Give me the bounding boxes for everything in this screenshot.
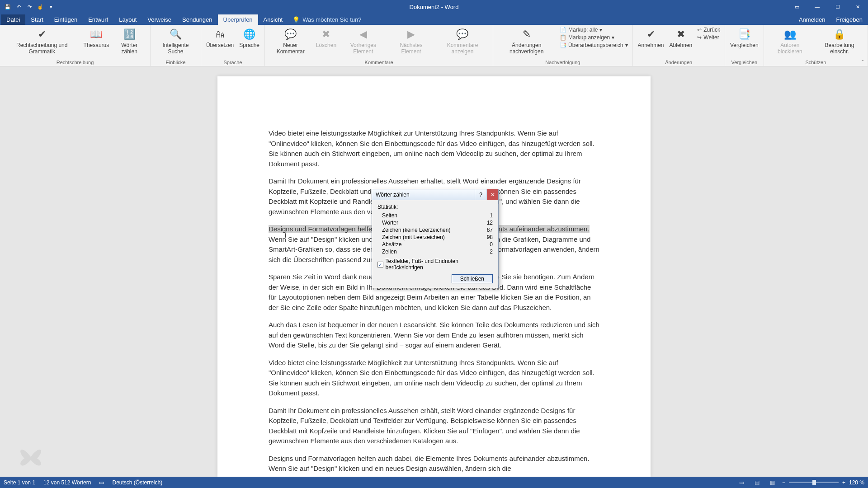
lightbulb-icon: 💡 [292, 16, 300, 23]
dialog-close-action-button[interactable]: Schließen [452, 274, 493, 283]
track-changes-icon: ✎ [519, 27, 534, 42]
compare-button[interactable]: 📑 Vergleichen [728, 26, 761, 50]
zoom-in-button[interactable]: + [842, 479, 845, 486]
paragraph[interactable]: Damit Ihr Dokument ein professionelles A… [269, 406, 599, 446]
title-bar: 💾 ↶ ↷ ☝ ▾ Dokument2 - Word ▭ — ☐ ✕ [0, 0, 868, 14]
stat-row-chars-nospace: Zeichen (keine Leerzeichen)87 [377, 226, 493, 234]
show-markup-button[interactable]: 📋 Markup anzeigen ▾ [558, 34, 629, 41]
smart-lookup-button[interactable]: 🔍 Intelligente Suche [153, 26, 198, 56]
review-pane-button[interactable]: 📑 Überarbeitungsbereich ▾ [558, 42, 629, 49]
tab-mailings[interactable]: Sendungen [177, 14, 218, 25]
stat-row-lines: Zeilen2 [377, 248, 493, 255]
group-insights: 🔍 Intelligente Suche Einblicke [151, 25, 201, 66]
accept-button[interactable]: ✔ Annehmen [636, 26, 666, 50]
word-count-button[interactable]: 🔢 Wörter zählen [111, 26, 147, 56]
prev-icon: ◀ [356, 27, 370, 42]
document-title: Dokument2 - Word [410, 4, 459, 10]
dialog-close-button[interactable]: ✕ [486, 189, 498, 200]
group-label-compare: Vergleichen [728, 59, 761, 65]
translate-button[interactable]: 🗛 Übersetzen [204, 26, 236, 50]
close-button[interactable]: ✕ [848, 0, 868, 14]
read-mode-icon[interactable]: ▭ [736, 478, 748, 487]
status-language[interactable]: Deutsch (Österreich) [112, 479, 162, 486]
paragraph[interactable]: Designs und Formatvorlagen helfen auch d… [269, 454, 599, 474]
next-icon: ▶ [404, 27, 418, 42]
paragraph[interactable]: Video bietet eine leistungsstarke Möglic… [269, 128, 599, 169]
stat-row-chars-space: Zeichen (mit Leerzeichen)98 [377, 234, 493, 241]
group-label-insights: Einblicke [153, 59, 198, 65]
ribbon: ✔ Rechtschreibung und Grammatik 📖 Thesau… [0, 25, 868, 66]
window-controls: ▭ — ☐ ✕ [787, 0, 868, 14]
block-authors-button: 👥 Autoren blockieren [767, 26, 813, 56]
stat-row-words: Wörter12 [377, 219, 493, 226]
status-word-count[interactable]: 12 von 512 Wörtern [43, 479, 91, 486]
checkbox-icon[interactable]: ✓ [377, 262, 383, 267]
delete-icon: ✖ [319, 27, 333, 42]
ribbon-display-options-icon[interactable]: ▭ [787, 0, 807, 14]
word-count-dialog: Wörter zählen ? ✕ Statistik: Seiten1 Wör… [372, 189, 499, 288]
reject-button[interactable]: ✖ Ablehnen [667, 26, 695, 50]
tell-me-placeholder: Was möchten Sie tun? [302, 16, 361, 23]
tab-references[interactable]: Verweise [142, 14, 177, 25]
include-textboxes-checkbox[interactable]: ✓ Textfelder, Fuß- und Endnoten berücksi… [377, 258, 493, 271]
tab-review[interactable]: Überprüfen [218, 14, 258, 25]
save-icon[interactable]: 💾 [3, 2, 13, 12]
dialog-titlebar[interactable]: Wörter zählen ? ✕ [372, 189, 498, 200]
group-label-changes: Änderungen [636, 59, 722, 65]
thesaurus-button[interactable]: 📖 Thesaurus [82, 26, 111, 50]
group-label-comments: Kommentare [268, 59, 490, 65]
web-layout-icon[interactable]: ▦ [767, 478, 778, 487]
globe-icon: 🌐 [242, 27, 257, 42]
qat-customize-icon[interactable]: ▾ [46, 2, 56, 12]
redo-icon[interactable]: ↷ [24, 2, 34, 12]
share-button[interactable]: Freigeben [830, 14, 868, 25]
group-comments: 💬 Neuer Kommentar ✖ Löschen ◀ Vorheriges… [265, 25, 493, 66]
butterfly-watermark-icon [13, 441, 49, 473]
markup-display-select[interactable]: 📄 Markup: alle ▾ [558, 26, 629, 33]
reject-icon: ✖ [674, 27, 688, 42]
tab-file[interactable]: Datei [1, 14, 25, 25]
track-changes-button[interactable]: ✎ Änderungen nachverfolgen [496, 26, 557, 56]
checkbox-label: Textfelder, Fuß- und Endnoten berücksich… [386, 258, 493, 271]
status-page[interactable]: Seite 1 von 1 [4, 479, 35, 486]
print-layout-icon[interactable]: ▤ [751, 478, 763, 487]
next-change-button[interactable]: ↪ Weiter [695, 34, 722, 41]
zoom-out-button[interactable]: − [782, 479, 785, 486]
touch-mode-icon[interactable]: ☝ [35, 2, 45, 12]
stat-row-pages: Seiten1 [377, 212, 493, 219]
dialog-title: Wörter zählen [376, 192, 410, 198]
tab-view[interactable]: Ansicht [258, 14, 288, 25]
restrict-editing-button[interactable]: 🔒 Bearbeitung einschr. [814, 26, 865, 56]
tab-layout[interactable]: Layout [113, 14, 142, 25]
spellcheck-icon: ✔ [35, 27, 49, 42]
zoom-slider[interactable] [789, 482, 839, 483]
new-comment-button[interactable]: 💬 Neuer Kommentar [268, 26, 313, 56]
dialog-help-button[interactable]: ? [475, 189, 486, 200]
minimize-button[interactable]: — [807, 0, 827, 14]
tab-insert[interactable]: Einfügen [49, 14, 83, 25]
lock-icon: 🔒 [832, 27, 847, 42]
maximize-button[interactable]: ☐ [827, 0, 848, 14]
group-proofing: ✔ Rechtschreibung und Grammatik 📖 Thesau… [0, 25, 151, 66]
group-changes: ✔ Annehmen ✖ Ablehnen ↩ Zurück ↪ Weiter … [633, 25, 725, 66]
previous-change-button[interactable]: ↩ Zurück [695, 26, 722, 33]
undo-icon[interactable]: ↶ [14, 2, 24, 12]
sign-in-button[interactable]: Anmelden [793, 14, 831, 25]
search-icon: 🔍 [168, 27, 183, 42]
wordcount-icon: 🔢 [122, 27, 137, 42]
language-button[interactable]: 🌐 Sprache [237, 26, 262, 50]
compare-icon: 📑 [737, 27, 751, 42]
tell-me-search[interactable]: 💡 Was möchten Sie tun? [288, 14, 366, 25]
group-tracking: ✎ Änderungen nachverfolgen 📄 Markup: all… [493, 25, 632, 66]
group-protect: 👥 Autoren blockieren 🔒 Bearbeitung einsc… [764, 25, 868, 66]
zoom-slider-thumb[interactable] [812, 480, 816, 485]
comment-icon: 💬 [283, 27, 298, 42]
collapse-ribbon-icon[interactable]: ⌃ [861, 59, 864, 64]
tab-home[interactable]: Start [25, 14, 48, 25]
tab-design[interactable]: Entwurf [83, 14, 113, 25]
proofing-status-icon[interactable]: ▭ [99, 479, 104, 486]
zoom-level[interactable]: 120 % [849, 479, 864, 486]
spelling-grammar-button[interactable]: ✔ Rechtschreibung und Grammatik [3, 26, 81, 56]
paragraph[interactable]: Video bietet eine leistungsstarke Möglic… [269, 358, 599, 399]
paragraph[interactable]: Auch das Lesen ist bequemer in der neuen… [269, 320, 599, 351]
